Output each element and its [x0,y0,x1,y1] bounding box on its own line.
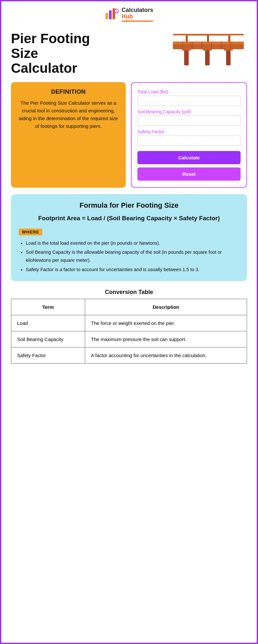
desc-cell-1: The force or weight exerted on the pier. [85,315,247,331]
desc-cell-2: The maximum pressure the soil can suppor… [85,331,247,347]
svg-rect-13 [205,49,210,65]
svg-rect-0 [105,13,108,19]
col-description-header: Description [85,299,247,315]
formula-equation: Footprint Area = Load / (Soil Bearing Ca… [19,214,239,223]
safety-factor-input[interactable] [137,136,241,146]
definition-box: DEFINITION The Pier Footing Size Calcula… [11,82,126,188]
svg-rect-1 [109,10,112,19]
logo-underline [122,21,153,22]
header: Calculators Hub [1,1,257,25]
formula-list: Load is the total load exerted on the pi… [19,239,239,274]
two-col-section: DEFINITION The Pier Footing Size Calcula… [1,79,257,194]
logo-text: Calculators Hub [122,7,153,22]
conversion-table: Term Description Load The force or weigh… [11,299,247,364]
definition-text: The Pier Footing Size Calculator serves … [17,99,120,130]
formula-item-2: Soil Bearing Capacity is the allowable b… [26,248,239,264]
term-cell-1: Load [11,315,85,331]
svg-rect-12 [184,49,189,65]
term-cell-2: Soil Bearing Capacity [11,331,85,347]
table-row: Load The force or weight exerted on the … [11,315,247,331]
field1-label: Total Load (lbs): [137,89,241,94]
svg-rect-15 [182,48,191,51]
conversion-table-title: Conversion Table [11,289,247,296]
field1-group: Total Load (lbs): [137,89,241,106]
page-title: Pier FootingSizeCalculator [11,31,166,76]
svg-rect-23 [173,34,244,35]
reset-button[interactable]: Reset [137,167,241,181]
field2-label: Soil Bearing Capacity (psf): [137,109,241,114]
logo-hub: Hub [122,14,153,20]
formula-item-3: Safety Factor is a factor to account for… [26,266,239,274]
svg-rect-17 [224,48,233,51]
field3-label: Safety Factor: [137,129,241,134]
field2-group: Soil Bearing Capacity (psf): [137,109,241,126]
definition-heading: DEFINITION [17,89,120,95]
pier-illustration [170,28,247,70]
table-row: Safety Factor A factor accounting for un… [11,347,247,364]
soil-bearing-capacity-input[interactable] [137,116,241,126]
term-cell-3: Safety Factor [11,347,85,364]
svg-rect-20 [228,34,230,42]
where-badge: WHERE [19,229,42,235]
formula-section: Formula for Pier Footing Size Footprint … [11,194,247,281]
svg-rect-19 [207,34,209,42]
table-row: Soil Bearing Capacity The maximum pressu… [11,331,247,347]
title-section: Pier FootingSizeCalculator [1,25,257,79]
desc-cell-3: A factor accounting for uncertainties in… [85,347,247,364]
logo-calculators: Calculators [122,7,153,14]
total-load-input[interactable] [137,96,241,106]
svg-rect-14 [226,49,231,65]
logo-icon [105,7,119,21]
col-term-header: Term [11,299,85,315]
table-header-row: Term Description [11,299,247,315]
conversion-section: Conversion Table Term Description Load T… [1,289,257,376]
svg-rect-18 [186,34,188,42]
calculator-box: Total Load (lbs): Soil Bearing Capacity … [131,82,247,188]
field3-group: Safety Factor: [137,129,241,146]
formula-title: Formula for Pier Footing Size [19,201,239,210]
svg-rect-16 [203,48,212,51]
calculate-button[interactable]: Calculate [137,151,241,164]
formula-item-1: Load is the total load exerted on the pi… [26,239,239,247]
